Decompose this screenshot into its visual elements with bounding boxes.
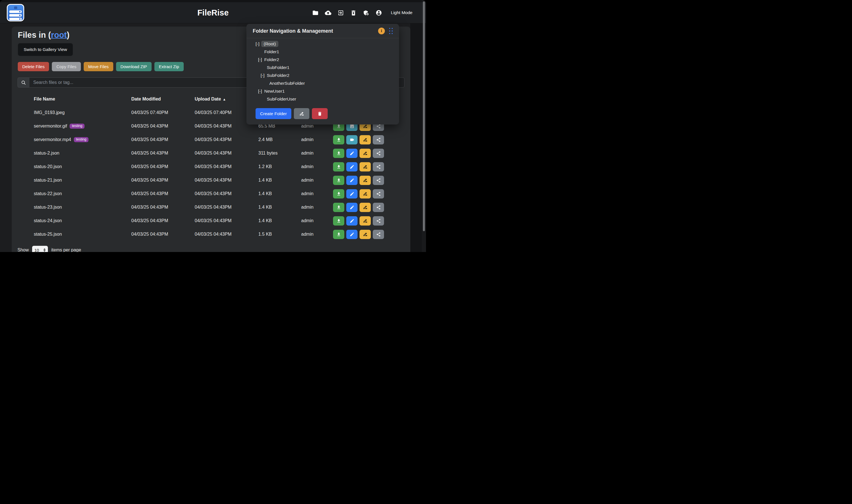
stepper-arrows-icon	[44, 248, 46, 252]
download-button[interactable]	[333, 149, 344, 158]
rename-button[interactable]	[360, 135, 371, 144]
edit-preview-button[interactable]	[346, 149, 358, 158]
switch-gallery-view-button[interactable]: Switch to Gallery View	[18, 43, 73, 56]
download-button[interactable]	[333, 135, 344, 144]
table-row: status-2.json 04/03/25 04:43PM 04/03/25 …	[17, 146, 404, 160]
move-files-button[interactable]: Move Files	[84, 62, 113, 71]
rename-button[interactable]	[360, 176, 371, 185]
logout-icon[interactable]	[337, 9, 344, 16]
folder-name[interactable]: (Root)	[261, 41, 278, 47]
download-button[interactable]	[333, 162, 344, 172]
share-button[interactable]	[373, 189, 384, 198]
file-size: 1.4 KB	[258, 191, 301, 196]
scrollbar-thumb[interactable]	[423, 1, 425, 231]
rename-button[interactable]	[360, 189, 371, 198]
upload-date: 04/03/25 04:43PM	[195, 137, 258, 142]
edit-preview-button[interactable]	[346, 189, 358, 198]
table-row: status-23.json 04/03/25 04:43PM 04/03/25…	[17, 200, 404, 214]
info-icon[interactable]: i	[378, 28, 385, 34]
download-button[interactable]	[333, 216, 344, 226]
uploader: admin	[301, 218, 333, 223]
date-modified: 04/03/25 04:43PM	[131, 205, 195, 210]
theme-toggle[interactable]: Light Mode	[391, 10, 413, 15]
extract-zip-button[interactable]: Extract Zip	[154, 62, 184, 71]
share-button[interactable]	[373, 176, 384, 185]
download-button[interactable]	[333, 230, 344, 239]
share-button[interactable]	[373, 135, 384, 144]
share-button[interactable]	[373, 230, 384, 239]
tree-node[interactable]: [-] NewUser1	[246, 87, 399, 95]
search-icon[interactable]	[17, 77, 29, 88]
folder-name[interactable]: AnotherSubFolder	[269, 80, 306, 86]
tree-node[interactable]: [-] (Root)	[246, 40, 399, 48]
edit-preview-button[interactable]	[346, 216, 358, 226]
table-row: status-24.json 04/03/25 04:43PM 04/03/25…	[17, 214, 404, 228]
rename-folder-button[interactable]	[294, 108, 309, 119]
folder-name[interactable]: SubFolderUser	[266, 96, 297, 102]
file-size: 1.5 KB	[258, 232, 301, 237]
tree-node[interactable]: [-] AnotherSubFolder	[246, 79, 399, 87]
edit-preview-button[interactable]	[346, 203, 358, 212]
tree-toggle[interactable]: [-]	[256, 41, 261, 47]
download-button[interactable]	[333, 203, 344, 212]
share-button[interactable]	[373, 149, 384, 158]
tree-node[interactable]: [-] Folder2	[246, 56, 399, 64]
share-button[interactable]	[373, 216, 384, 226]
rename-button[interactable]	[360, 230, 371, 239]
rename-button[interactable]	[360, 203, 371, 212]
root-folder-link[interactable]: root	[51, 31, 67, 39]
file-size: 2.4 MB	[258, 137, 301, 142]
upload-date: 04/03/25 04:43PM	[195, 205, 258, 210]
edit-preview-button[interactable]	[346, 162, 358, 172]
tree-node[interactable]: [-] SubFolderUser	[246, 95, 399, 103]
folder-icon[interactable]	[312, 9, 319, 16]
download-button[interactable]	[333, 189, 344, 198]
table-row: status-21.json 04/03/25 04:43PM 04/03/25…	[17, 174, 404, 187]
rename-button[interactable]	[360, 149, 371, 158]
folder-name[interactable]: Folder1	[264, 49, 280, 55]
file-name: status-21.json	[34, 178, 62, 183]
delete-files-button[interactable]: Delete Files	[18, 62, 49, 71]
share-button[interactable]	[373, 203, 384, 212]
download-button[interactable]	[333, 176, 344, 185]
copy-files-button[interactable]: Copy Files	[52, 62, 81, 71]
drag-handle-icon[interactable]	[389, 28, 393, 34]
tree-node[interactable]: [-] Folder1	[246, 48, 399, 56]
create-folder-button[interactable]: Create Folder	[256, 108, 291, 119]
folder-navigation-panel: Folder Navigation & Management i [-] (Ro…	[246, 24, 399, 124]
account-icon[interactable]	[375, 9, 382, 16]
folder-name[interactable]: SubFolder2	[266, 73, 290, 78]
rename-button[interactable]	[360, 162, 371, 172]
cloud-upload-icon[interactable]	[325, 9, 331, 16]
trash-restore-icon[interactable]	[350, 9, 357, 16]
file-name: status-23.json	[34, 205, 62, 210]
upload-date: 04/03/25 04:43PM	[195, 151, 258, 156]
uploader: admin	[301, 178, 333, 183]
items-per-page-select[interactable]: 10	[32, 246, 48, 252]
folder-panel-header: Folder Navigation & Management i	[246, 24, 399, 38]
folder-name[interactable]: Folder2	[264, 57, 280, 62]
tree-node[interactable]: [-] SubFolder1	[246, 64, 399, 72]
folder-panel-title: Folder Navigation & Management	[253, 28, 378, 34]
delete-folder-button[interactable]	[312, 108, 328, 119]
folder-name[interactable]: SubFolder1	[266, 65, 290, 70]
share-button[interactable]	[373, 162, 384, 172]
file-name: status-22.json	[34, 191, 62, 196]
rename-button[interactable]	[360, 216, 371, 226]
folder-panel-buttons: Create Folder	[256, 108, 399, 119]
edit-preview-button[interactable]	[346, 230, 358, 239]
video-preview-button[interactable]	[346, 135, 358, 144]
tree-toggle[interactable]: [-]	[258, 57, 264, 62]
tree-node[interactable]: [-] SubFolder2	[246, 72, 399, 79]
table-row: status-20.json 04/03/25 04:43PM 04/03/25…	[17, 160, 404, 174]
show-label: Show	[17, 248, 29, 252]
file-size: 311 bytes	[258, 151, 301, 156]
tree-toggle[interactable]: [-]	[258, 89, 264, 94]
download-zip-button[interactable]: Download ZIP	[116, 62, 152, 71]
shield-user-icon[interactable]	[363, 9, 369, 16]
sort-date-modified[interactable]: Date Modified	[131, 96, 195, 102]
tree-toggle[interactable]: [-]	[261, 73, 266, 78]
edit-preview-button[interactable]	[346, 176, 358, 185]
folder-name[interactable]: NewUser1	[264, 88, 285, 94]
tag-badge: testing	[70, 124, 85, 129]
